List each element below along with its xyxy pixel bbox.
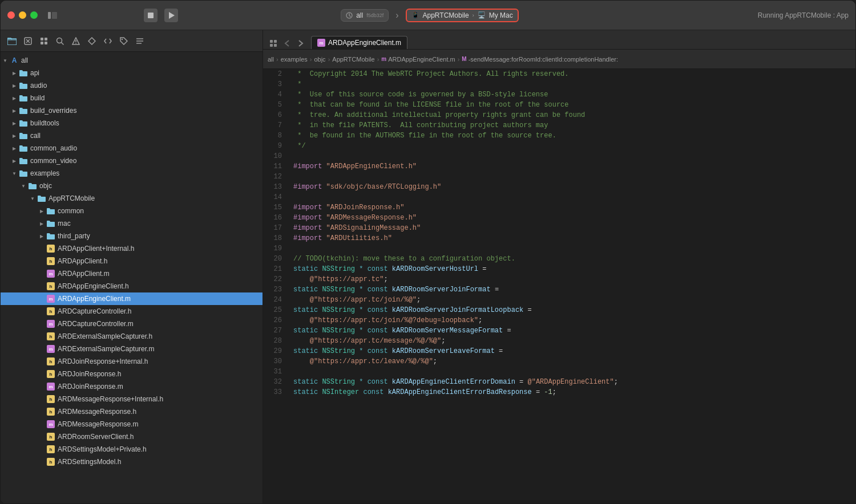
code-line-8: 8 * be found in the AUTHORS file in the … bbox=[263, 131, 855, 141]
tree-item-mac[interactable]: ▶mac bbox=[1, 217, 263, 230]
tree-item-common_audio[interactable]: ▶common_audio bbox=[1, 142, 263, 155]
code-editor[interactable]: 2 * Copyright 2014 The WebRTC Project Au… bbox=[263, 69, 855, 503]
scheme-selector[interactable]: all f5db32f bbox=[341, 9, 389, 22]
titlebar: all f5db32f › 📱 AppRTCMobile › 🖥️ My Mac… bbox=[1, 1, 855, 30]
svg-rect-1 bbox=[52, 12, 57, 19]
destination-selector[interactable]: 📱 AppRTCMobile › 🖥️ My Mac bbox=[406, 9, 519, 22]
code-table: 2 * Copyright 2014 The WebRTC Project Au… bbox=[263, 69, 855, 397]
tree-item-all[interactable]: ▼Aall bbox=[1, 54, 263, 67]
tree-item-ARDMessageResponse.h[interactable]: hARDMessageResponse.h bbox=[1, 405, 263, 418]
nav-forward-btn[interactable] bbox=[295, 38, 306, 49]
folder-icon bbox=[47, 221, 55, 227]
svg-rect-10 bbox=[45, 42, 47, 44]
tree-item-ARDAppClient.m[interactable]: mARDAppClient.m bbox=[1, 267, 263, 280]
tree-item-common[interactable]: ▶common bbox=[1, 205, 263, 217]
code-line-25: 25static NSString * const kARDRoomServer… bbox=[263, 305, 855, 315]
breadcrumb-all[interactable]: all bbox=[268, 56, 274, 63]
sidebar-folder-btn[interactable] bbox=[5, 34, 19, 48]
breadcrumb-objc[interactable]: objc bbox=[314, 56, 325, 63]
editor-tab-active[interactable]: m ARDAppEngineClient.m bbox=[311, 36, 407, 49]
sidebar-xmark-btn[interactable] bbox=[21, 34, 35, 48]
code-line-12: 12 bbox=[263, 172, 855, 182]
tree-item-objc[interactable]: ▼objc bbox=[1, 180, 263, 192]
sidebar-search-btn[interactable] bbox=[53, 34, 67, 48]
code-line-19: 19 bbox=[263, 243, 855, 254]
code-line-9: 9 */ bbox=[263, 141, 855, 151]
tree-item-ARDSettingsModel+Private.h[interactable]: hARDSettingsModel+Private.h bbox=[1, 443, 263, 456]
sidebar-content[interactable]: ▼Aall▶api▶audio▶build▶build_overrides▶bu… bbox=[1, 52, 263, 503]
folder-icon bbox=[19, 133, 27, 139]
tree-item-ARDSettingsModel.h[interactable]: hARDSettingsModel.h bbox=[1, 456, 263, 468]
tree-item-ARDJoinResponse.h[interactable]: hARDJoinResponse.h bbox=[1, 368, 263, 380]
tree-item-ARDAppClient+Internal.h[interactable]: hARDAppClient+Internal.h bbox=[1, 242, 263, 255]
sidebar-tag-btn[interactable] bbox=[117, 34, 131, 48]
nav-back-btn[interactable] bbox=[281, 38, 293, 49]
svg-rect-9 bbox=[41, 42, 43, 44]
folder-icon bbox=[19, 120, 27, 127]
xcode-window: all f5db32f › 📱 AppRTCMobile › 🖥️ My Mac… bbox=[0, 0, 856, 504]
tree-item-third_party[interactable]: ▶third_party bbox=[1, 230, 263, 242]
code-line-11: 11#import "ARDAppEngineClient.h" bbox=[263, 161, 855, 172]
svg-rect-24 bbox=[274, 44, 277, 47]
sidebar-warning-btn[interactable] bbox=[69, 34, 83, 48]
tree-item-build_overrides[interactable]: ▶build_overrides bbox=[1, 104, 263, 117]
tree-item-ARDMessageResponse.m[interactable]: mARDMessageResponse.m bbox=[1, 418, 263, 430]
code-line-30: 30 @"https://appr.tc/leave/%@/%@"; bbox=[263, 356, 855, 367]
tree-item-build[interactable]: ▶build bbox=[1, 92, 263, 104]
tree-item-audio[interactable]: ▶audio bbox=[1, 79, 263, 92]
tree-item-ARDCaptureController.m[interactable]: mARDCaptureController.m bbox=[1, 318, 263, 330]
tree-item-examples[interactable]: ▼examples bbox=[1, 167, 263, 180]
tree-item-ARDJoinResponse+Internal.h[interactable]: hARDJoinResponse+Internal.h bbox=[1, 355, 263, 368]
code-line-33: 33static NSInteger const kARDAppEngineCl… bbox=[263, 387, 855, 397]
tree-item-ARDAppEngineClient.m[interactable]: mARDAppEngineClient.m bbox=[1, 292, 263, 305]
sidebar-diamond-btn[interactable] bbox=[85, 34, 99, 48]
main-content: ▼Aall▶api▶audio▶build▶build_overrides▶bu… bbox=[1, 30, 855, 503]
folder-icon bbox=[38, 196, 46, 202]
breadcrumb-file[interactable]: m ARDAppEngineClient.m bbox=[381, 56, 455, 63]
folder-icon bbox=[19, 95, 27, 101]
sidebar-grid-btn[interactable] bbox=[37, 34, 51, 48]
sidebar-lines-btn[interactable] bbox=[133, 34, 147, 48]
code-line-17: 17#import "ARDSignalingMessage.h" bbox=[263, 223, 855, 233]
svg-rect-23 bbox=[270, 44, 273, 47]
code-line-3: 3 * bbox=[263, 79, 855, 90]
svg-rect-7 bbox=[41, 38, 43, 40]
breadcrumb-examples[interactable]: examples bbox=[281, 56, 308, 63]
fullscreen-button[interactable] bbox=[30, 11, 38, 19]
breadcrumb-bar: all › examples › objc › AppRTCMobile › m… bbox=[263, 50, 855, 69]
tree-item-call[interactable]: ▶call bbox=[1, 129, 263, 142]
tree-item-api[interactable]: ▶api bbox=[1, 67, 263, 79]
code-line-22: 22 @"https://appr.tc"; bbox=[263, 274, 855, 284]
run-button[interactable] bbox=[164, 9, 178, 22]
sidebar-code-btn[interactable] bbox=[101, 34, 115, 48]
folder-icon bbox=[19, 145, 27, 152]
tree-item-ARDAppEngineClient.h[interactable]: hARDAppEngineClient.h bbox=[1, 280, 263, 292]
folder-icon bbox=[19, 108, 27, 114]
svg-marker-16 bbox=[88, 38, 95, 44]
code-line-31: 31 bbox=[263, 367, 855, 377]
stop-button[interactable] bbox=[144, 9, 158, 22]
editor-area: m ARDAppEngineClient.m all › examples › … bbox=[263, 30, 855, 503]
code-line-14: 14 bbox=[263, 192, 855, 202]
svg-rect-0 bbox=[48, 12, 51, 19]
tree-item-buildtools[interactable]: ▶buildtools bbox=[1, 117, 263, 129]
tree-item-ARDRoomServerClient.h[interactable]: hARDRoomServerClient.h bbox=[1, 430, 263, 443]
breadcrumb-method[interactable]: M -sendMessage:forRoomId:clientId:comple… bbox=[462, 56, 618, 63]
code-line-32: 32static NSString * const kARDAppEngineC… bbox=[263, 377, 855, 387]
tree-item-ARDExternalSampleCapturer.h[interactable]: hARDExternalSampleCapturer.h bbox=[1, 330, 263, 343]
tree-item-common_video[interactable]: ▶common_video bbox=[1, 155, 263, 167]
sidebar-toggle-button[interactable] bbox=[47, 12, 58, 19]
tree-item-ARDExternalSampleCapturer.m[interactable]: mARDExternalSampleCapturer.m bbox=[1, 343, 263, 355]
breadcrumb-apptrcmobile[interactable]: AppRTCMobile bbox=[332, 56, 374, 63]
minimize-button[interactable] bbox=[19, 11, 26, 19]
folder-icon bbox=[19, 158, 27, 164]
code-line-28: 28 @"https://appr.tc/message/%@/%@"; bbox=[263, 336, 855, 346]
tree-item-AppRTCMobile[interactable]: ▼AppRTCMobile bbox=[1, 192, 263, 205]
close-button[interactable] bbox=[7, 11, 15, 19]
tree-item-ARDJoinResponse.m[interactable]: mARDJoinResponse.m bbox=[1, 380, 263, 393]
tree-item-ARDMessageResponse+Internal.h[interactable]: hARDMessageResponse+Internal.h bbox=[1, 393, 263, 405]
tree-item-ARDAppClient.h[interactable]: hARDAppClient.h bbox=[1, 255, 263, 267]
editor-grid-btn[interactable] bbox=[268, 38, 279, 49]
code-line-29: 29static NSString * const kARDRoomServer… bbox=[263, 346, 855, 356]
tree-item-ARDCaptureController.h[interactable]: hARDCaptureController.h bbox=[1, 305, 263, 318]
